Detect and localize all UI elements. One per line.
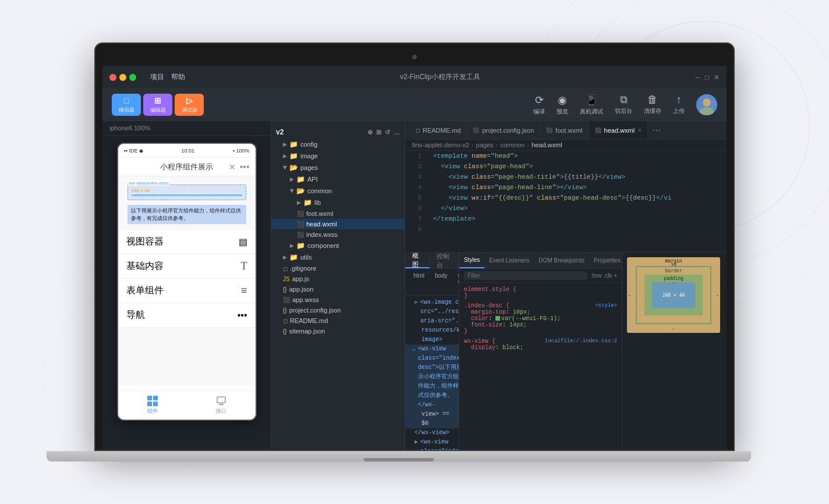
svg-point-6 (703, 98, 711, 107)
tree-config[interactable]: ▶ 📁 config (271, 139, 405, 150)
tree-icon-2[interactable]: ⊞ (376, 129, 381, 136)
style-rule-index-desc: .index-desc { <style> margin-top: 10px; … (464, 303, 617, 335)
tree-item-label: .gitignore (290, 265, 316, 272)
tree-utils[interactable]: ▶ 📁 utils (271, 251, 405, 263)
styles-panel: Styles Event Listeners DOM Breakpoints P… (459, 253, 622, 450)
bottom-code-line: ▶ <wx-view class="index-bd">_</wx-view> (405, 438, 459, 450)
tree-item-label: pages (300, 164, 318, 171)
folder-icon: 📁 (296, 242, 305, 250)
tab-foot-label: foot.wxml (555, 127, 582, 134)
box-border: border - padding - 240 × 44 (636, 266, 711, 324)
tree-app-wxss[interactable]: ⬛ app.wxss (271, 294, 405, 305)
tree-component[interactable]: ▶ 📁 component (271, 240, 405, 251)
tree-index-wxss[interactable]: ⬛ index.wxss (271, 229, 405, 240)
tab-project-config[interactable]: ⬛ project.config.json (467, 121, 540, 139)
folder-icon: 📁 (289, 140, 298, 148)
phone-section-0[interactable]: 视图容器 ▤ (118, 230, 256, 254)
tree-readme[interactable]: ◻ README.md (271, 315, 405, 326)
phone-bottom-nav: 组件 接口 (118, 391, 256, 420)
menu-project[interactable]: 项目 (150, 72, 164, 82)
phone-section-1[interactable]: 基础内容 T (118, 254, 256, 279)
code-area[interactable]: 1 <template name="head"> 2 <view class="… (405, 151, 727, 252)
tab-head-wxml[interactable]: ⬛ head.wxml × (589, 121, 649, 139)
tree-common[interactable]: ▶ 📂 common (271, 185, 405, 197)
tree-pages[interactable]: ▶ 📂 pages (271, 162, 405, 173)
prop-name: margin-top (471, 309, 506, 315)
elem-body[interactable]: body (431, 271, 451, 293)
tree-head-wxml[interactable]: ⬛ head.wxml (271, 219, 405, 229)
bottom-code-line: ▶ <wx-image class="index-logo" src="../r… (405, 298, 459, 326)
window-max-btn[interactable] (129, 74, 136, 81)
json-icon: ⬛ (473, 127, 479, 133)
tree-app-js[interactable]: JS app.js (271, 274, 405, 284)
tree-app-json[interactable]: {} app.json (271, 284, 405, 294)
preview-panel: iphone6 100% ▪▪ IDE ◆ 10:01 ▪ 100% 小程序组件… (102, 121, 271, 450)
mode-debug[interactable]: ▷ 调试器 (175, 94, 204, 116)
action-compile[interactable]: ⟳ 编译 (533, 94, 545, 116)
mode-editor[interactable]: ⊞ 编辑器 (143, 94, 172, 116)
tree-icon-4[interactable]: … (394, 129, 400, 136)
action-device-debug[interactable]: 📱 真机调试 (580, 94, 603, 116)
tab-foot-wxml[interactable]: ⬛ foot.wxml (540, 121, 589, 139)
clear-cache-icon: 🗑 (647, 94, 658, 106)
tab-readme-label: README.md (423, 127, 460, 134)
tree-api[interactable]: ▶ 📁 API (271, 173, 405, 185)
toolbar-actions: ⟳ 编译 ◉ 预览 📱 真机调试 ⧉ 切后台 (533, 94, 685, 116)
window-close-btn[interactable] (109, 74, 116, 81)
styles-tab-props[interactable]: Properties (589, 253, 622, 268)
tree-item-label: lib (314, 199, 321, 206)
tree-gitignore[interactable]: ◻ .gitignore (271, 263, 405, 274)
laptop-screen: 项目 帮助 v2-FinClip小程序开发工具 ─ □ ✕ (102, 66, 727, 450)
code-editor: ◻ README.md ⬛ project.config.json ⬛ foot… (405, 121, 727, 252)
tree-icon-1[interactable]: ⊕ (367, 129, 373, 136)
prop-val: block; (502, 345, 523, 351)
tab-overview[interactable]: 概图 (405, 253, 430, 268)
mode-simulator[interactable]: □ 模拟器 (112, 94, 141, 116)
styles-tab-styles[interactable]: Styles (459, 253, 484, 268)
elem-wx-view-index[interactable]: wx-view.index (455, 271, 459, 293)
elem-html[interactable]: html (410, 271, 428, 293)
nav-interface[interactable]: 接口 (216, 396, 226, 415)
phone-section-2[interactable]: 表单组件 ≡ (118, 279, 256, 303)
device-debug-label: 真机调试 (580, 108, 603, 116)
tree-project-config[interactable]: {} project.config.json (271, 305, 405, 315)
action-upload[interactable]: ↑ 上传 (673, 94, 685, 116)
phone-title: 小程序组件展示 (160, 162, 213, 172)
bottom-code-area[interactable]: ▶ <wx-image class="index-logo" src="../r… (405, 296, 459, 450)
phone-section-3[interactable]: 导航 ••• (118, 303, 256, 328)
tab-readme[interactable]: ◻ README.md (410, 121, 467, 139)
tree-item-label: image (300, 152, 318, 159)
tab-close-btn[interactable]: × (637, 126, 642, 134)
app-window: 项目 帮助 v2-FinClip小程序开发工具 ─ □ ✕ (102, 66, 727, 450)
tree-icon-3[interactable]: ↺ (385, 129, 390, 136)
styles-tab-dom[interactable]: DOM Breakpoints (534, 253, 589, 268)
line-content (428, 224, 727, 235)
styles-tab-event[interactable]: Event Listeners (484, 253, 534, 268)
tab-more-btn[interactable]: ⋯ (648, 126, 665, 135)
tree-sitemap[interactable]: {} sitemap.json (271, 326, 405, 336)
laptop-screen-outer: 项目 帮助 v2-FinClip小程序开发工具 ─ □ ✕ (94, 42, 735, 451)
action-background[interactable]: ⧉ 切后台 (615, 94, 632, 116)
section-label-2: 表单组件 (126, 285, 164, 297)
style-prop-row: margin-top: 10px; (471, 309, 617, 315)
menu-help[interactable]: 帮助 (171, 72, 185, 82)
phone-content: wx-view.index-desc 240 × 44 以下用展示小程序官方组件… (118, 176, 256, 386)
action-clear-cache[interactable]: 🗑 清缓存 (644, 94, 661, 116)
nav-components[interactable]: 组件 (147, 396, 158, 415)
action-preview[interactable]: ◉ 预览 (557, 94, 568, 116)
tree-image[interactable]: ▶ 📁 image (271, 150, 405, 162)
editor-label: 编辑器 (150, 107, 166, 114)
tab-console[interactable]: 控制台 (430, 253, 459, 268)
tree-lib[interactable]: ▶ 📁 lib (271, 197, 405, 208)
tab-project-label: project.config.json (482, 127, 534, 134)
phone-close-icon[interactable]: ✕ (229, 162, 236, 172)
breadcrumb-sep-2: › (527, 141, 529, 148)
phone-dots[interactable]: ••• (240, 162, 250, 172)
highlight-size: 240 × 44 (132, 188, 150, 193)
filter-input[interactable] (464, 271, 587, 280)
svg-rect-9 (219, 404, 224, 405)
title-bar-right: ─ □ ✕ (695, 73, 720, 81)
window-min-btn[interactable] (119, 74, 126, 81)
user-avatar[interactable] (696, 94, 717, 115)
tree-foot-wxml[interactable]: ⬛ foot.wxml (271, 208, 405, 219)
